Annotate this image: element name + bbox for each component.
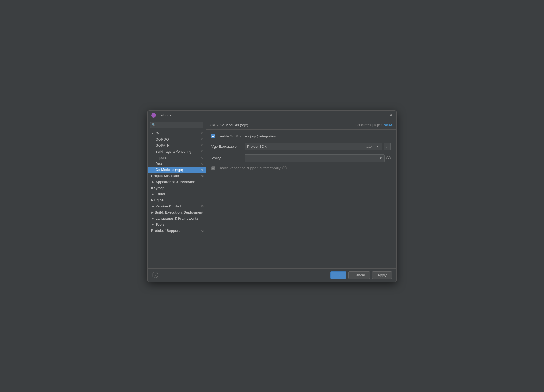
sidebar-item-editor[interactable]: ▶ Editor (148, 191, 206, 197)
vgo-ellipsis-button[interactable]: ... (384, 143, 391, 150)
sidebar-item-imports[interactable]: Imports ⧉ (148, 155, 206, 161)
settings-dialog: Go Settings ✕ 🔍 ▼ Go ⧉ GOROOT ⧉ (147, 110, 397, 282)
sidebar-item-label: GOROOT (156, 137, 171, 141)
help-icon: ? (154, 273, 156, 277)
search-icon: 🔍 (152, 123, 156, 127)
proxy-label: Proxy: (211, 156, 242, 160)
proxy-help-button[interactable]: ? (386, 156, 391, 160)
copy-icon: ⧉ (201, 156, 203, 159)
breadcrumb-current: Go Modules (vgo) (220, 123, 248, 127)
sidebar-item-label: Keymap (151, 186, 165, 190)
proxy-input[interactable] (246, 156, 378, 160)
sidebar-item-label: Build, Execution, Deployment (155, 211, 203, 214)
chevron-right-icon: ▶ (151, 217, 154, 220)
main-content: 🔍 ▼ Go ⧉ GOROOT ⧉ GOPATH ⧉ (148, 120, 396, 268)
sidebar-item-go[interactable]: ▼ Go ⧉ (148, 130, 206, 136)
vgo-sdk-value: Project SDK (247, 144, 366, 149)
svg-text:Go: Go (152, 114, 156, 117)
copy-icon: ⧉ (201, 174, 203, 178)
breadcrumb-separator: › (217, 123, 218, 127)
sidebar-item-label: Build Tags & Vendoring (156, 150, 191, 154)
sidebar-item-label: Appearance & Behavior (156, 180, 195, 184)
copy-icon: ⧉ (201, 168, 203, 172)
chevron-right-icon: ▶ (151, 180, 154, 184)
copy-icon: ⧉ (201, 138, 203, 141)
nav-tree: ▼ Go ⧉ GOROOT ⧉ GOPATH ⧉ Build Tags & Ve… (148, 130, 206, 268)
sidebar-item-label: Protobuf Support (151, 229, 180, 233)
sidebar-item-label: Go Modules (vgo) (156, 168, 183, 172)
sidebar: 🔍 ▼ Go ⧉ GOROOT ⧉ GOPATH ⧉ (148, 120, 206, 268)
vendoring-help-button[interactable]: ? (282, 166, 287, 170)
for-current-project: ⊡ For current project (352, 123, 382, 127)
content-body: Enable Go Modules (vgo) integration Vgo … (206, 130, 396, 268)
content-header: Go › Go Modules (vgo) ⊡ For current proj… (206, 120, 396, 130)
copy-icon: ⧉ (201, 162, 203, 165)
cancel-button[interactable]: Cancel (348, 271, 370, 279)
sidebar-item-label: Plugins (151, 198, 164, 202)
sidebar-item-languages[interactable]: ▶ Languages & Frameworks (148, 216, 206, 222)
title-bar: Go Settings ✕ (148, 111, 396, 120)
vendoring-row: Enable vendoring support automatically ? (211, 166, 391, 170)
sidebar-item-label: Imports (156, 156, 167, 160)
vgo-executable-row: Vgo Executable: Project SDK 1.14 ▼ ... (211, 143, 391, 150)
app-logo: Go (151, 113, 156, 118)
sidebar-item-goroot[interactable]: GOROOT ⧉ (148, 136, 206, 142)
copy-icon: ⧉ (201, 229, 203, 232)
proxy-input-wrapper: ▼ (245, 154, 385, 162)
sidebar-item-build-tags[interactable]: Build Tags & Vendoring ⧉ (148, 149, 206, 155)
sidebar-item-plugins[interactable]: Plugins (148, 197, 206, 203)
chevron-right-icon: ▶ (151, 205, 154, 208)
copy-icon: ⧉ (201, 150, 203, 153)
sidebar-item-label: Go (156, 131, 160, 135)
sidebar-item-keymap[interactable]: Keymap (148, 185, 206, 191)
proxy-dropdown-arrow-icon[interactable]: ▼ (378, 157, 383, 160)
search-box[interactable]: 🔍 (150, 122, 203, 128)
search-input[interactable] (157, 123, 201, 127)
vgo-label: Vgo Executable: (211, 144, 242, 149)
dropdown-arrow-icon: ▼ (375, 145, 380, 148)
project-icon: ⊡ (352, 123, 354, 127)
ok-button[interactable]: OK (330, 271, 346, 279)
copy-icon: ⧉ (201, 205, 203, 208)
sidebar-item-build-exec[interactable]: ▶ Build, Execution, Deployment (148, 209, 206, 216)
sidebar-item-label: Version Control (156, 204, 181, 208)
sidebar-item-project-structure[interactable]: Project Structure ⧉ (148, 173, 206, 179)
sidebar-item-label: Dep (156, 162, 162, 166)
sidebar-item-appearance[interactable]: ▶ Appearance & Behavior (148, 179, 206, 185)
content-area: Go › Go Modules (vgo) ⊡ For current proj… (206, 120, 396, 268)
copy-icon: ⧉ (201, 144, 203, 147)
proxy-row: Proxy: ▼ ? (211, 154, 391, 162)
sidebar-item-gopath[interactable]: GOPATH ⧉ (148, 142, 206, 149)
vgo-sdk-dropdown[interactable]: Project SDK 1.14 ▼ (245, 143, 382, 150)
sidebar-item-label: GOPATH (156, 144, 170, 147)
sidebar-item-tools[interactable]: ▶ Tools (148, 222, 206, 228)
breadcrumb: Go › Go Modules (vgo) (210, 123, 347, 127)
dialog-title: Settings (158, 113, 388, 117)
sdk-version: 1.14 (366, 145, 373, 149)
for-current-label: For current project (355, 123, 382, 127)
sidebar-item-dep[interactable]: Dep ⧉ (148, 161, 206, 167)
footer-help-button[interactable]: ? (152, 272, 158, 278)
chevron-down-icon: ▼ (151, 132, 154, 135)
copy-icon: ⧉ (201, 132, 203, 135)
footer: ? OK Cancel Apply (148, 268, 396, 282)
sidebar-item-label: Editor (156, 192, 165, 196)
reset-button[interactable]: Reset (382, 123, 392, 127)
chevron-right-icon: ▶ (151, 223, 154, 226)
chevron-right-icon: ▶ (151, 211, 154, 214)
vendoring-checkbox[interactable] (211, 166, 215, 170)
close-button[interactable]: ✕ (388, 113, 393, 118)
sidebar-item-protobuf[interactable]: Protobuf Support ⧉ (148, 228, 206, 234)
sidebar-item-go-modules[interactable]: Go Modules (vgo) ⧉ (148, 167, 206, 173)
sidebar-item-label: Tools (156, 223, 164, 227)
vendoring-label: Enable vendoring support automatically (217, 166, 281, 170)
apply-button[interactable]: Apply (372, 271, 392, 279)
enable-checkbox-row: Enable Go Modules (vgo) integration (211, 134, 391, 138)
enable-go-modules-label: Enable Go Modules (vgo) integration (217, 134, 276, 138)
sidebar-item-label: Languages & Frameworks (156, 217, 199, 220)
chevron-right-icon: ▶ (151, 193, 154, 196)
sidebar-item-version-control[interactable]: ▶ Version Control ⧉ (148, 203, 206, 209)
sidebar-item-label: Project Structure (151, 174, 179, 178)
breadcrumb-root: Go (210, 123, 215, 127)
enable-go-modules-checkbox[interactable] (211, 134, 215, 138)
